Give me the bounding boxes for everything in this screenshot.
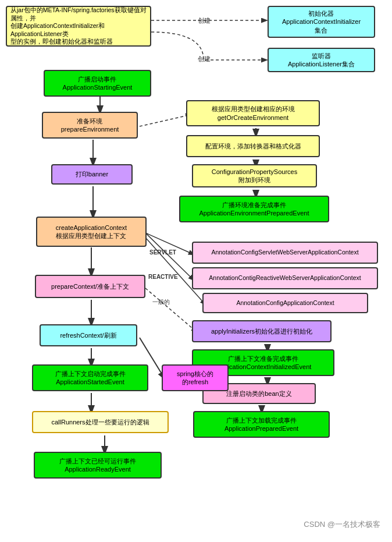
servlet-label: SERVLET [149,249,176,256]
initializer-set-node: 初始化器ApplicationContextInitializer集合 [268,6,375,38]
svg-line-10 [145,233,194,280]
watermark: CSDN @一名技术极客 [304,519,380,530]
general-label: 一般的 [152,298,170,306]
diagram-container: 从jar包中的META-INF/spring.factories获取键值对属性，… [0,0,392,536]
listener-set-node: 监听器ApplicationListener集合 [268,48,375,72]
get-or-create-env-node: 根据应用类型创建相应的环境getOrCreateEnvironment [186,100,320,126]
print-banner-node: 打印banner [51,164,133,185]
config-prop-node: ConfigurationPropertySources附加到环境 [192,164,317,187]
apply-initializers-node: applyInitializers初始化器进行初始化 [192,320,332,342]
jar-text-node: 从jar包中的META-INF/spring.factories获取键值对属性，… [6,6,151,47]
reactive-ctx-node: AnnotationContigReactiveWebServerApplica… [192,267,378,289]
create-label-2: 创建 [198,55,211,63]
svg-line-3 [140,115,191,126]
starting-event-node: 广播启动事件ApplicationStartingEvent [44,70,151,97]
reactive-label: REACTIVE [148,274,178,280]
svg-line-13 [145,288,197,332]
refresh-context-node: refreshContext/刷新 [40,324,137,346]
create-label-1: 创建 [198,16,211,25]
config-env-node: 配置环境，添加转换器和格式化器 [186,135,320,157]
annotation-ctx-node: AnnotationConfigApplicationContext [202,293,368,313]
ready-event-node: 广播上下文已经可运行事件ApplicationReadyEvent [34,452,162,479]
servlet-ctx-node: AnnotationConfigServletWebServerApplicat… [192,242,378,264]
app-prepared-event-node: 广播上下文加载完成事件ApplicationPreparedEvent [193,411,330,438]
env-prepared-event-node: 广播环境准备完成事件ApplicationEnvironmentPrepared… [179,196,329,222]
prepare-env-node: 准备环境prepareEnvironment [42,112,138,139]
prepare-context-node: prepareContext/准备上下文 [35,275,145,298]
call-runners-node: callRunners处理一些要运行的逻辑 [32,411,169,433]
started-event-node: 广播上下文启动完成事件ApplicationStartedEvent [32,364,148,391]
create-context-node: createApplicationContext根据应用类型创建上下文 [36,217,147,247]
spring-refresh-node: spring核心的的refresh [162,364,229,391]
